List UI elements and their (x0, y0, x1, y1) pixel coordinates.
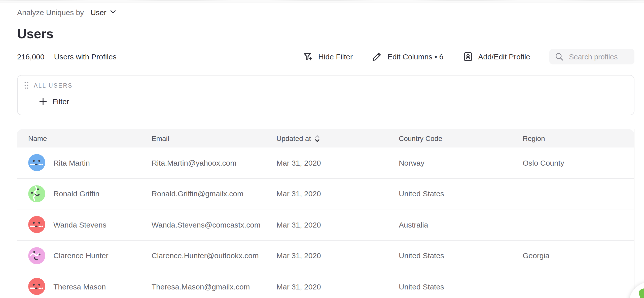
user-email: Clarence.Hunter@outlookx.com (140, 251, 265, 260)
funnel-plus-icon (303, 51, 313, 62)
leaf-icon (638, 288, 644, 298)
toolbar: Hide Filter Edit Columns • 6 (303, 49, 634, 64)
table-row[interactable]: Clarence Hunter Clarence.Hunter@outlookx… (17, 240, 634, 271)
user-name: Theresa Mason (53, 282, 106, 291)
user-country: United States (388, 282, 512, 291)
column-header-updated-at-label: Updated at (276, 134, 311, 142)
user-updated-at: Mar 31, 2020 (265, 282, 388, 291)
hide-filter-label: Hide Filter (318, 52, 353, 61)
user-name: Ronald Griffin (53, 190, 99, 198)
drag-handle-icon[interactable] (24, 82, 29, 89)
sort-icon[interactable] (314, 135, 319, 142)
user-region: Georgia (512, 251, 634, 260)
user-country: Australia (388, 220, 512, 229)
user-name: Clarence Hunter (53, 251, 108, 260)
hide-filter-button[interactable]: Hide Filter (303, 51, 353, 62)
search-profiles-box[interactable] (549, 49, 634, 64)
table-header: Name Email Updated at Country Code Regio… (17, 129, 634, 147)
user-email: Wanda.Stevens@comcastx.com (140, 220, 265, 229)
user-updated-at: Mar 31, 2020 (265, 251, 388, 260)
users-page: Analyze Uniques by User Users 216,000 Us… (0, 0, 644, 298)
user-email: Rita.Martin@yahoox.com (140, 159, 265, 167)
search-icon (555, 52, 563, 61)
column-header-updated-at[interactable]: Updated at (265, 134, 388, 142)
plus-icon (39, 98, 47, 105)
column-header-email[interactable]: Email (140, 134, 265, 142)
user-updated-at: Mar 31, 2020 (265, 220, 388, 229)
user-name: Wanda Stevens (53, 220, 106, 229)
user-updated-at: Mar 31, 2020 (265, 190, 388, 198)
analyze-uniques-value[interactable]: User (90, 8, 106, 16)
avatar (28, 216, 45, 233)
analyze-uniques-label: Analyze Uniques by (17, 8, 84, 16)
edit-columns-label: Edit Columns • 6 (387, 52, 443, 61)
profile-count: 216,000 Users with Profiles (17, 52, 117, 61)
profile-card-icon (462, 51, 473, 62)
avatar (28, 247, 45, 264)
user-name: Rita Martin (53, 159, 90, 167)
controls-row: 216,000 Users with Profiles Hide Filter (17, 49, 634, 64)
add-edit-profile-button[interactable]: Add/Edit Profile (462, 51, 530, 62)
top-divider (0, 0, 644, 3)
filter-group-label: ALL USERS (34, 82, 73, 88)
user-country: Norway (388, 159, 512, 167)
column-header-region[interactable]: Region (512, 134, 634, 142)
pencil-icon (372, 51, 382, 62)
user-updated-at: Mar 31, 2020 (265, 159, 388, 167)
profile-count-label: Users with Profiles (54, 52, 116, 61)
user-email: Ronald.Griffin@gmailx.com (140, 190, 265, 198)
user-email: Theresa.Mason@gmailx.com (140, 282, 265, 291)
avatar (28, 278, 45, 295)
table-row[interactable]: Ronald Griffin Ronald.Griffin@gmailx.com… (17, 178, 634, 209)
add-filter-button[interactable]: Filter (39, 97, 69, 106)
table-row[interactable]: Theresa Mason Theresa.Mason@gmailx.com M… (17, 271, 634, 298)
users-table: Name Email Updated at Country Code Regio… (17, 129, 634, 298)
add-filter-label: Filter (52, 97, 69, 106)
table-row[interactable]: Wanda Stevens Wanda.Stevens@comcastx.com… (17, 209, 634, 240)
column-header-country-code[interactable]: Country Code (388, 134, 512, 142)
profile-count-number: 216,000 (17, 52, 44, 61)
add-edit-profile-label: Add/Edit Profile (478, 52, 530, 61)
avatar (28, 154, 45, 171)
search-profiles-input[interactable] (568, 52, 629, 61)
user-region: Oslo County (512, 159, 634, 167)
column-header-name[interactable]: Name (17, 134, 140, 142)
chevron-down-icon[interactable] (111, 10, 116, 14)
analyze-uniques-row: Analyze Uniques by User (17, 7, 634, 17)
edit-columns-button[interactable]: Edit Columns • 6 (372, 51, 443, 62)
avatar (28, 185, 45, 202)
user-country: United States (388, 251, 512, 260)
page-title: Users (17, 26, 634, 42)
filter-card: ALL USERS Filter (17, 75, 634, 115)
table-row[interactable]: Rita Martin Rita.Martin@yahoox.com Mar 3… (17, 147, 634, 178)
user-country: United States (388, 190, 512, 198)
